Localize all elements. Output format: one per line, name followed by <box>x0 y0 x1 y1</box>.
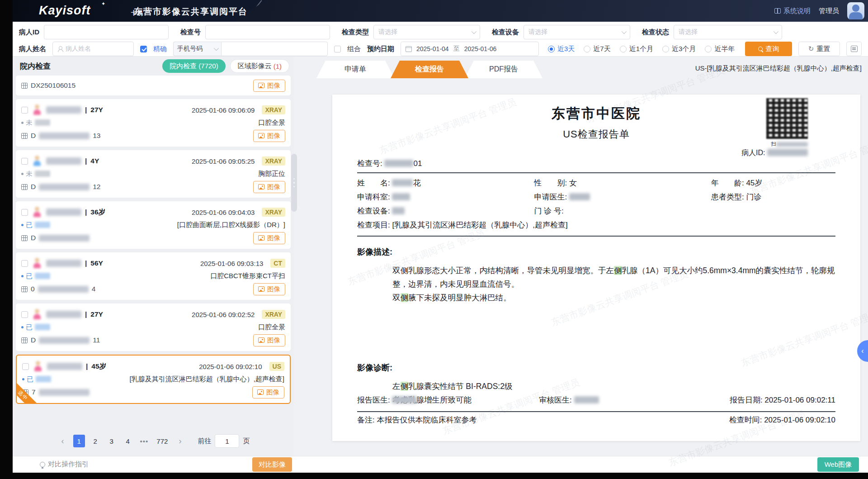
date-to: 2025-01-06 <box>464 45 497 52</box>
web-image-button[interactable]: Web图像 <box>817 457 859 472</box>
page-ellipsis[interactable]: ••• <box>138 435 151 447</box>
exam-checkbox[interactable] <box>21 107 28 114</box>
image-button[interactable]: 图像 <box>253 232 285 244</box>
picture-icon <box>258 286 264 292</box>
patient-avatar <box>32 206 42 218</box>
exam-list-item[interactable]: | 36岁 2025-01-06 09:04:03 XRAY 已 [口腔曲面断层… <box>16 201 291 249</box>
phone-compound: 手机号码 <box>173 42 328 56</box>
exam-checkbox[interactable] <box>21 158 28 165</box>
phone-input[interactable] <box>221 42 328 56</box>
person-icon <box>57 46 63 52</box>
qr-caption: 扫 <box>741 141 808 147</box>
image-button[interactable]: 图像 <box>253 130 285 142</box>
exam-list-item[interactable]: | 56Y 2025-01-06 09:03:13 CT 已 口腔CBCT锥形束… <box>16 252 291 300</box>
patient-name-redacted <box>46 311 81 318</box>
range-6m-radio[interactable]: 近半年 <box>705 45 735 53</box>
range-3m-radio[interactable]: 近3个月 <box>662 45 696 53</box>
exam-list-item[interactable]: | 27Y 2025-01-06 09:02:52 XRAY 已 口腔全景 <box>16 304 291 351</box>
picture-icon <box>258 235 264 241</box>
tab-exam-report[interactable]: 检查报告 <box>391 61 468 78</box>
patient-name-redacted <box>46 260 81 267</box>
modality-badge: XRAY <box>262 105 285 114</box>
image-button[interactable]: 图像 <box>252 386 284 398</box>
exam-checkbox[interactable] <box>21 209 28 216</box>
system-help-link[interactable]: 系统说明 <box>774 7 811 15</box>
exam-checkbox[interactable] <box>22 363 29 370</box>
exam-list-item-partial[interactable]: DX250106015 图像 <box>16 76 291 95</box>
film-icon <box>21 235 28 241</box>
exam-id: DX250106015 <box>21 81 75 90</box>
filter-row-2: 病人姓名 病人姓名 精确 手机号码 组合 预约日期 <box>13 41 868 57</box>
patient-name-redacted <box>46 157 81 165</box>
reset-button[interactable]: ↻ 重置 <box>798 42 840 56</box>
exam-list-item[interactable]: | 27Y 2025-01-06 09:06:09 XRAY 未 口腔全景 <box>16 99 291 147</box>
page-3[interactable]: 3 <box>106 435 118 447</box>
date-range-picker[interactable]: 2025-01-04 至 2025-01-06 <box>401 42 539 56</box>
goto-page-input[interactable] <box>215 434 239 448</box>
app-window: Kayisoft ✦ 卡易 东营市影像云共享调阅平台 系统说明 管理员 病人ID <box>13 0 868 473</box>
picture-icon <box>257 389 264 395</box>
diagnosis-line: 左侧乳腺囊实性结节 BI-RADS:2级 <box>392 379 835 393</box>
compare-images-button[interactable]: 对比影像 <box>252 457 292 472</box>
divider <box>357 172 835 173</box>
field-exam-item: 检查项目: [乳腺及其引流区淋巴结彩超（乳腺中心）,超声检查] <box>357 220 835 230</box>
page-4[interactable]: 4 <box>122 435 134 447</box>
modality-badge: XRAY <box>262 310 285 319</box>
prev-page-button[interactable]: ‹ <box>57 435 69 447</box>
read-status: 已 <box>21 272 50 280</box>
separator: | <box>86 362 88 370</box>
exam-list-item-selected[interactable]: | 45岁 2025-01-06 09:02:10 US 已 [乳腺及其引流区淋… <box>16 355 291 404</box>
tab-regional-cloud[interactable]: 区域影像云 (1) <box>230 59 289 73</box>
exam-list-panel: 院内检查 院内检查 (7720) 区域影像云 (1) DX250106015 <box>13 57 294 456</box>
status-select[interactable]: 请选择 <box>674 25 782 39</box>
exam-list-item[interactable]: | 4Y 2025-01-06 09:05:25 XRAY 未 胸部正位 <box>16 150 291 198</box>
exam-id: D <box>21 234 93 242</box>
phone-type-select[interactable]: 手机号码 <box>173 42 221 56</box>
patient-id-input[interactable] <box>44 25 169 39</box>
exam-description: 胸部正位 <box>258 170 285 178</box>
field-age: 年 龄: 45岁 <box>711 178 835 188</box>
avatar[interactable] <box>847 2 864 19</box>
combo-label[interactable]: 组合 <box>347 45 361 53</box>
view-toggle-button[interactable] <box>846 42 862 56</box>
redacted-text <box>392 179 413 186</box>
tab-request-form[interactable]: 申请单 <box>316 61 394 78</box>
image-button[interactable]: 图像 <box>253 80 285 92</box>
description-line: 双侧腋下未探及明显肿大淋巴结。 <box>392 291 835 304</box>
page-1[interactable]: 1 <box>73 435 85 447</box>
report-page: 东营市中医院 US检查报告单 扫 病人ID: 检查号: 01 <box>332 95 860 441</box>
image-button[interactable]: 图像 <box>253 181 285 193</box>
exam-id: D11 <box>21 336 100 344</box>
pagination: ‹ 1 2 3 4 ••• 772 › 前往 页 <box>13 433 294 449</box>
image-button[interactable]: 图像 <box>253 334 285 346</box>
page-2[interactable]: 2 <box>90 435 101 447</box>
tab-hospital-exams[interactable]: 院内检查 (7720) <box>162 59 226 73</box>
device-select[interactable]: 请选择 <box>524 25 630 39</box>
range-1m-radio[interactable]: 近1个月 <box>620 45 653 53</box>
exam-id-redacted <box>39 235 90 242</box>
compare-guide-link[interactable]: 对比操作指引 <box>40 460 89 469</box>
status-dot <box>21 122 24 124</box>
next-page-button[interactable]: › <box>174 435 186 447</box>
exam-datetime: 2025-01-06 09:05:25 <box>192 157 255 165</box>
exact-checkbox[interactable] <box>140 46 147 52</box>
image-button[interactable]: 图像 <box>253 283 285 295</box>
study-no-input[interactable] <box>205 25 330 39</box>
description-line: 双侧乳腺形态大小正常，内结构清晰，导管未见明显增宽。于左侧乳腺（1A）可见大小约… <box>392 264 835 291</box>
combo-checkbox[interactable] <box>334 46 341 52</box>
exam-checkbox[interactable] <box>21 260 28 267</box>
report-workspace: 申请单 检查报告 PDF报告 US-[乳腺及其引流区淋巴结彩超（乳腺中心）,超声… <box>294 57 868 456</box>
page-772[interactable]: 772 <box>155 435 170 447</box>
search-button[interactable]: 查询 <box>745 42 792 56</box>
panel-resize-handle[interactable] <box>291 154 297 212</box>
exact-label[interactable]: 精确 <box>153 45 167 53</box>
report-qr-block: 扫 病人ID: <box>741 98 808 158</box>
exam-checkbox[interactable] <box>21 311 28 318</box>
tab-pdf-report[interactable]: PDF报告 <box>465 61 542 78</box>
study-type-select[interactable]: 请选择 <box>373 25 480 39</box>
range-7d-radio[interactable]: 近7天 <box>584 45 610 53</box>
range-3d-radio[interactable]: 近3天 <box>548 45 575 53</box>
header-right: 系统说明 管理员 <box>774 0 864 22</box>
study-no-label: 检查号 <box>180 28 201 37</box>
patient-name-field[interactable]: 病人姓名 <box>52 42 134 56</box>
